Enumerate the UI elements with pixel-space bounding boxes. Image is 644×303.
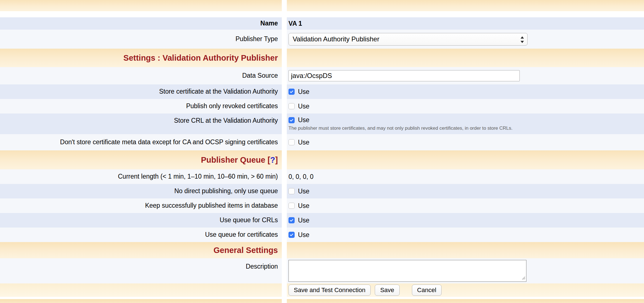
name-value: VA 1 — [288, 20, 302, 27]
description-label: Description — [246, 263, 278, 271]
top-band — [0, 0, 644, 11]
bottom-band — [0, 299, 644, 303]
save-and-test-connection-button[interactable]: Save and Test Connection — [288, 285, 371, 296]
check-icon — [289, 89, 294, 94]
select-stepper-icon — [519, 35, 525, 45]
actions-row: Save and Test Connection Save Cancel — [0, 283, 644, 297]
store-crl-checkbox[interactable] — [288, 117, 295, 123]
publisher-queue-section-title: Publisher Queue [?] — [201, 155, 278, 165]
description-textarea[interactable] — [288, 260, 526, 282]
queue-current-length-value: 0, 0, 0, 0 — [288, 173, 314, 181]
save-button[interactable]: Save — [375, 285, 399, 296]
dont-store-meta-use-label: Use — [298, 139, 309, 146]
store-crl-label: Store CRL at the Validation Authority — [174, 117, 278, 125]
store-certificate-checkbox[interactable] — [288, 89, 295, 95]
bracket-open: [ — [268, 155, 270, 164]
data-source-row: Data Source — [0, 67, 644, 84]
keep-published-items-checkbox[interactable] — [288, 203, 295, 209]
no-direct-publishing-row: No direct publishing, only use queue Use — [0, 184, 644, 198]
publisher-type-selected-value: Validation Authority Publisher — [293, 35, 379, 43]
store-certificate-row: Store certificate at the Validation Auth… — [0, 84, 644, 99]
dont-store-meta-checkbox[interactable] — [288, 139, 295, 145]
check-icon — [289, 118, 294, 122]
data-source-input[interactable] — [288, 70, 520, 81]
publish-only-revoked-row: Publish only revoked certificates Use — [0, 99, 644, 113]
settings-section-header: Settings : Validation Authority Publishe… — [0, 49, 644, 67]
publish-only-revoked-checkbox[interactable] — [288, 103, 295, 109]
no-direct-publishing-label: No direct publishing, only use queue — [174, 187, 278, 195]
check-icon — [289, 233, 294, 237]
store-crl-row: Store CRL at the Validation Authority Us… — [0, 113, 644, 134]
publisher-queue-help-link[interactable]: ? — [270, 155, 275, 164]
queue-current-length-row: Current length (< 1 min, 1–10 min, 10–60… — [0, 169, 644, 184]
name-row: Name VA 1 — [0, 17, 644, 30]
publish-only-revoked-label: Publish only revoked certificates — [186, 102, 278, 110]
keep-published-items-label: Keep successfully published items in dat… — [145, 202, 278, 210]
publisher-type-select[interactable]: Validation Authority Publisher — [288, 33, 528, 46]
general-settings-section-header: General Settings — [0, 242, 644, 258]
edit-publisher-page: Name VA 1 Publisher Type Validation Auth… — [0, 0, 644, 303]
store-crl-use-label: Use — [298, 116, 309, 124]
general-settings-section-title: General Settings — [214, 246, 278, 255]
no-direct-publishing-use-label: Use — [298, 188, 309, 195]
use-queue-certificates-row: Use queue for certificates Use — [0, 228, 644, 242]
description-row: Description — [0, 258, 644, 283]
data-source-label: Data Source — [242, 72, 278, 80]
settings-section-title: Settings : Validation Authority Publishe… — [123, 53, 278, 63]
use-queue-crls-label: Use queue for CRLs — [220, 216, 278, 224]
publisher-queue-title-text: Publisher Queue — [201, 155, 265, 164]
store-crl-note: The publisher must store certificates, a… — [288, 126, 512, 131]
keep-published-items-row: Keep successfully published items in dat… — [0, 198, 644, 213]
queue-current-length-label: Current length (< 1 min, 1–10 min, 10–60… — [118, 173, 278, 181]
use-queue-certificates-use-label: Use — [298, 231, 309, 239]
publisher-queue-section-header: Publisher Queue [?] — [0, 150, 644, 169]
publish-only-revoked-use-label: Use — [298, 103, 309, 110]
bracket-close: ] — [275, 155, 278, 164]
store-certificate-use-label: Use — [298, 88, 309, 96]
store-certificate-label: Store certificate at the Validation Auth… — [159, 88, 278, 96]
name-label: Name — [260, 20, 278, 27]
use-queue-crls-use-label: Use — [298, 217, 309, 224]
publisher-type-label: Publisher Type — [235, 35, 278, 43]
use-queue-certificates-label: Use queue for certificates — [205, 231, 278, 239]
publisher-type-row: Publisher Type Validation Authority Publ… — [0, 30, 644, 49]
keep-published-items-use-label: Use — [298, 202, 309, 210]
dont-store-meta-row: Don't store certificate meta data except… — [0, 134, 644, 150]
no-direct-publishing-checkbox[interactable] — [288, 188, 295, 194]
dont-store-meta-label: Don't store certificate meta data except… — [60, 138, 278, 146]
cancel-button[interactable]: Cancel — [412, 285, 442, 296]
use-queue-crls-checkbox[interactable] — [288, 217, 295, 223]
check-icon — [289, 218, 294, 222]
use-queue-certificates-checkbox[interactable] — [288, 232, 295, 238]
use-queue-crls-row: Use queue for CRLs Use — [0, 213, 644, 228]
